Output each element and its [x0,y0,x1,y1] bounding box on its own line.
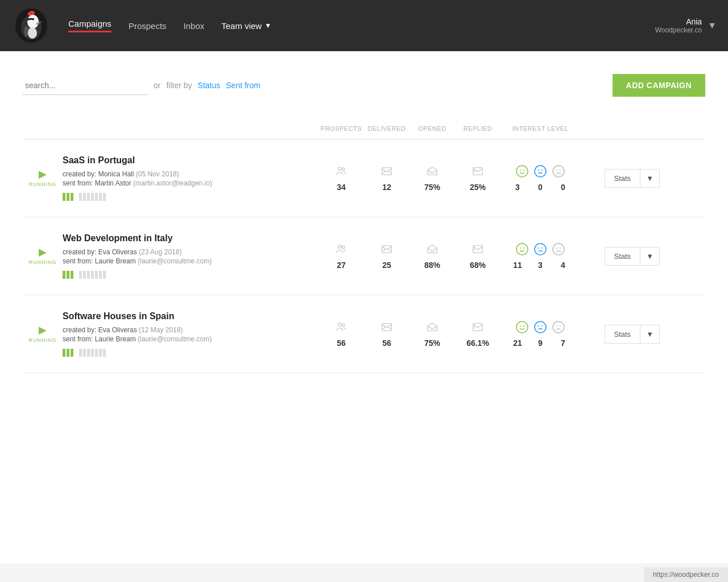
svg-point-27 [516,243,528,255]
stat-interest: 21 9 7 [500,320,580,348]
stat-replied: 25% [455,165,500,192]
interest-mid: 9 [533,339,547,348]
svg-point-51 [556,325,557,327]
svg-line-41 [388,327,392,330]
stats-dropdown-button[interactable]: ▼ [640,247,660,266]
header-opened: OPENED [410,125,455,132]
stat-prospects: 34 [318,165,364,192]
stat-replied: 68% [455,243,500,270]
campaign-info: SaaS in Portugal created by: Monica Hall… [63,155,318,201]
svg-rect-26 [473,245,483,253]
sad-icon [552,242,565,258]
add-campaign-button[interactable]: ADD CAMPAIGN [613,74,705,97]
happy-icon [515,320,529,336]
play-icon: ▶ [39,247,47,257]
svg-point-18 [553,166,564,177]
logo[interactable] [11,6,51,46]
nav-campaigns[interactable]: Campaigns [68,19,111,32]
happy-icon [515,164,529,180]
status-label: RUNNING [29,181,57,187]
svg-point-12 [520,170,521,171]
table-row: ▶ RUNNING Software Houses in Spain creat… [23,295,705,373]
svg-point-21 [338,245,342,248]
campaign-sent-from: sent from: Laurie Bream (laurie@consultm… [63,257,318,265]
campaign-title[interactable]: SaaS in Portugal [63,155,318,166]
svg-point-19 [556,170,557,171]
stat-opened: 88% [410,243,455,270]
campaign-status: ▶ RUNNING [23,247,63,265]
svg-point-44 [520,325,521,327]
nav-team-view[interactable]: Team view ▼ [221,21,271,31]
interest-icons [515,164,565,180]
neutral-icon [533,242,547,258]
interest-high: 3 [511,183,524,192]
svg-point-36 [560,247,561,249]
user-dropdown-icon[interactable]: ▼ [708,20,717,31]
delivered-icon [380,321,393,336]
prospects-icon [335,243,348,258]
svg-point-37 [338,323,342,326]
opened-value: 75% [424,339,440,348]
svg-point-13 [523,170,524,171]
svg-rect-39 [382,323,392,331]
prospects-value: 34 [337,183,346,192]
header-delivered: DELIVERED [364,125,410,132]
prospects-value: 27 [337,261,346,270]
status-label: RUNNING [29,337,57,343]
nav-inbox[interactable]: Inbox [184,21,205,31]
sent-from-filter-link[interactable]: Sent from [226,81,260,90]
campaign-created-by: created by: Monica Hall (05 Nov 2018) [63,170,318,178]
prospects-value: 56 [337,339,346,348]
interest-mid: 3 [533,261,547,270]
svg-rect-10 [473,167,483,175]
sad-icon [552,320,565,336]
campaign-progress [63,271,318,279]
svg-point-48 [541,325,543,327]
user-menu[interactable]: Ania Woodpecker.co ▼ [655,17,717,34]
nav-prospects[interactable]: Prospects [129,21,167,31]
stat-delivered: 56 [364,321,410,348]
replied-value: 66.1% [466,339,489,348]
toolbar: or filter by Status Sent from ADD CAMPAI… [23,74,705,97]
svg-point-14 [535,166,546,177]
campaign-title[interactable]: Web Development in Italy [63,233,318,243]
prospects-icon [335,165,348,180]
replied-icon [471,243,484,258]
stats-button[interactable]: Stats [605,325,641,344]
stats-button[interactable]: Stats [605,247,641,266]
svg-rect-42 [473,323,483,331]
svg-point-50 [553,321,564,333]
svg-rect-7 [382,167,392,175]
campaign-created-by: created by: Eva Oliveras (12 May 2018) [63,326,318,334]
campaign-title[interactable]: Software Houses in Spain [63,311,318,321]
status-filter-link[interactable]: Status [198,81,221,90]
replied-value: 25% [470,183,486,192]
stat-prospects: 27 [318,243,364,270]
header-prospects: PROSPECTS [318,125,364,132]
campaign-actions: Stats ▼ [580,247,660,266]
opened-icon [426,165,439,180]
stats-button[interactable]: Stats [605,169,641,188]
neutral-icon [533,320,547,336]
svg-point-46 [535,321,546,333]
interest-low: 0 [556,183,570,192]
campaign-status: ▶ RUNNING [23,325,63,343]
svg-line-9 [388,171,392,174]
svg-point-20 [560,170,561,171]
svg-point-47 [538,325,539,327]
search-input[interactable] [23,76,148,95]
campaign-actions: Stats ▼ [580,169,660,188]
svg-point-11 [516,166,528,177]
stats-dropdown-button[interactable]: ▼ [640,169,660,188]
campaign-info: Web Development in Italy created by: Eva… [63,233,318,279]
svg-point-29 [523,247,524,249]
campaign-list: ▶ RUNNING SaaS in Portugal created by: M… [23,139,705,373]
stats-dropdown-button[interactable]: ▼ [640,325,660,344]
status-label: RUNNING [29,259,57,265]
svg-line-25 [388,249,392,252]
svg-point-15 [538,170,539,171]
svg-point-32 [541,247,543,249]
stat-opened: 75% [410,321,455,348]
filter-by-text: filter by [166,81,192,90]
stat-prospects: 56 [318,321,364,348]
